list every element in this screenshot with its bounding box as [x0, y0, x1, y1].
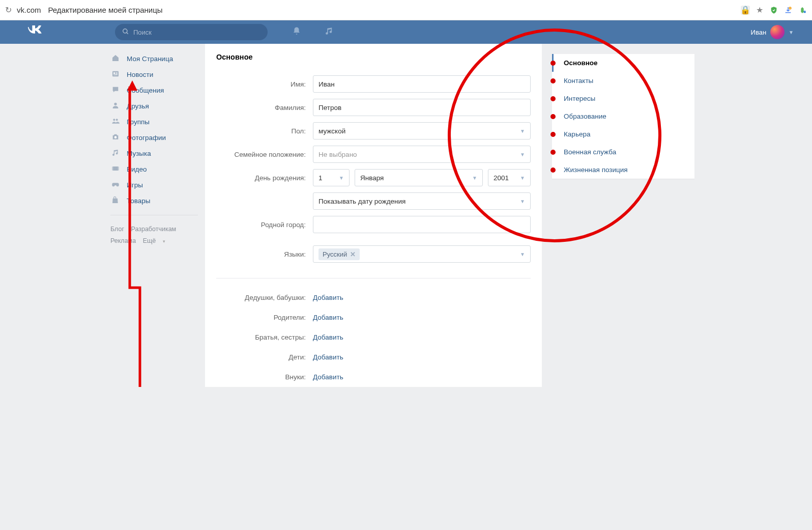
svg-point-13 — [114, 136, 117, 138]
tab-label: Карьера — [564, 130, 590, 138]
select-value: 2001 — [494, 174, 509, 182]
annotation-bullet — [550, 78, 556, 83]
gamepad-icon — [110, 180, 121, 190]
nav-news[interactable]: Новости — [103, 67, 205, 82]
tab-life-position[interactable]: Жизненная позиция — [552, 161, 694, 179]
nav-label: Друзья — [127, 102, 149, 110]
avatar — [770, 25, 785, 39]
svg-rect-5 — [112, 71, 119, 77]
star-icon[interactable]: ★ — [755, 6, 764, 15]
add-children-link[interactable]: Добавить — [313, 353, 343, 361]
left-navigation: Моя Страница Новости Сообщения Друзья Гр… — [103, 44, 205, 387]
user-menu[interactable]: Иван ▼ — [751, 25, 812, 39]
friends-icon — [110, 101, 121, 111]
nav-games[interactable]: Игры — [103, 177, 205, 193]
download-icon[interactable]: 7 — [784, 6, 793, 15]
birthday-day-select[interactable]: 1 ▼ — [313, 169, 350, 186]
languages-label: Языки: — [216, 250, 313, 258]
remove-tag-icon[interactable]: ✕ — [350, 250, 356, 258]
nav-groups[interactable]: Группы — [103, 114, 205, 130]
svg-point-11 — [113, 119, 115, 121]
nav-label: Группы — [127, 118, 150, 126]
svg-point-10 — [114, 103, 117, 105]
birthday-month-select[interactable]: Января ▼ — [355, 169, 483, 186]
reload-icon[interactable]: ↻ — [5, 5, 12, 15]
tab-label: Основное — [564, 59, 598, 67]
nav-music[interactable]: Музыка — [103, 146, 205, 161]
home-icon — [110, 54, 121, 64]
tab-education[interactable]: Образование — [552, 107, 694, 125]
settings-tabs-panel: Основное Контакты Интересы Образование К… — [552, 44, 694, 387]
grandparents-label: Дедушки, бабушки: — [216, 294, 313, 301]
nav-photos[interactable]: Фотографии — [103, 130, 205, 146]
add-siblings-link[interactable]: Добавить — [313, 333, 343, 341]
nav-label: Моя Страница — [127, 55, 173, 63]
name-label: Имя: — [216, 80, 313, 88]
search-box[interactable] — [115, 24, 268, 40]
annotation-bullet — [550, 168, 556, 173]
birthday-year-select[interactable]: 2001 ▼ — [488, 169, 531, 186]
link-blog[interactable]: Блог — [110, 226, 124, 233]
search-input[interactable] — [133, 29, 260, 36]
nav-my-page[interactable]: Моя Страница — [103, 51, 205, 67]
extension-icon[interactable]: ? — [798, 6, 807, 15]
vk-logo[interactable] — [26, 25, 44, 39]
chevron-down-icon: ▼ — [789, 30, 794, 35]
tab-military[interactable]: Военная служба — [552, 143, 694, 161]
marital-select[interactable]: Не выбрано ▼ — [313, 146, 531, 163]
svg-rect-9 — [116, 73, 118, 74]
chevron-down-icon: ▾ — [163, 239, 165, 244]
name-input[interactable] — [313, 75, 531, 93]
add-grandchildren-link[interactable]: Добавить — [313, 373, 343, 381]
bell-icon[interactable] — [292, 26, 301, 38]
browser-address-bar: ↻ vk.com Редактирование моей страницы 🔒 … — [0, 0, 812, 20]
link-dev[interactable]: Разработчикам — [131, 226, 177, 233]
annotation-bullet — [550, 132, 556, 137]
tab-interests[interactable]: Интересы — [552, 90, 694, 107]
chevron-down-icon: ▼ — [520, 175, 525, 181]
svg-rect-8 — [116, 72, 118, 73]
svg-rect-15 — [112, 166, 113, 171]
tab-career[interactable]: Карьера — [552, 125, 694, 143]
annotation-bullet — [550, 150, 556, 155]
divider — [216, 278, 531, 278]
nav-messages[interactable]: Сообщения — [103, 82, 205, 98]
bag-icon — [110, 196, 121, 206]
surname-input[interactable] — [313, 99, 531, 116]
grandchildren-label: Внуки: — [216, 373, 313, 381]
nav-friends[interactable]: Друзья — [103, 98, 205, 114]
languages-select[interactable]: Русский ✕ ▼ — [313, 245, 531, 263]
add-grandparents-link[interactable]: Добавить — [313, 294, 343, 301]
groups-icon — [110, 117, 121, 127]
shield-icon[interactable] — [769, 6, 778, 15]
svg-rect-6 — [113, 72, 115, 74]
chevron-down-icon: ▼ — [472, 175, 477, 181]
select-value: Января — [360, 174, 384, 182]
link-more[interactable]: Ещё ▾ — [143, 237, 170, 244]
lock-icon: 🔒 — [741, 6, 750, 15]
birthday-visibility-select[interactable]: Показывать дату рождения ▼ — [313, 192, 531, 210]
svg-point-4 — [123, 29, 127, 33]
tab-label: Военная служба — [564, 148, 616, 156]
select-value: мужской — [318, 127, 345, 135]
svg-text:?: ? — [804, 11, 805, 13]
hometown-label: Родной город: — [216, 221, 313, 229]
nav-label: Видео — [127, 165, 147, 173]
music-icon[interactable] — [325, 26, 334, 38]
nav-market[interactable]: Товары — [103, 193, 205, 209]
svg-point-12 — [116, 119, 118, 121]
language-tag[interactable]: Русский ✕ — [318, 248, 360, 260]
link-ads[interactable]: Реклама — [110, 237, 136, 244]
gender-select[interactable]: мужской ▼ — [313, 122, 531, 140]
chevron-down-icon: ▼ — [520, 199, 525, 204]
parents-label: Родители: — [216, 314, 313, 321]
tab-contacts[interactable]: Контакты — [552, 72, 694, 90]
add-parents-link[interactable]: Добавить — [313, 314, 343, 321]
nav-video[interactable]: Видео — [103, 161, 205, 177]
tab-label: Контакты — [564, 77, 593, 85]
hometown-input[interactable] — [313, 216, 531, 233]
section-heading: Основное — [205, 44, 542, 72]
tab-main[interactable]: Основное — [552, 54, 694, 72]
search-icon — [122, 28, 129, 37]
marital-label: Семейное положение: — [216, 151, 313, 158]
